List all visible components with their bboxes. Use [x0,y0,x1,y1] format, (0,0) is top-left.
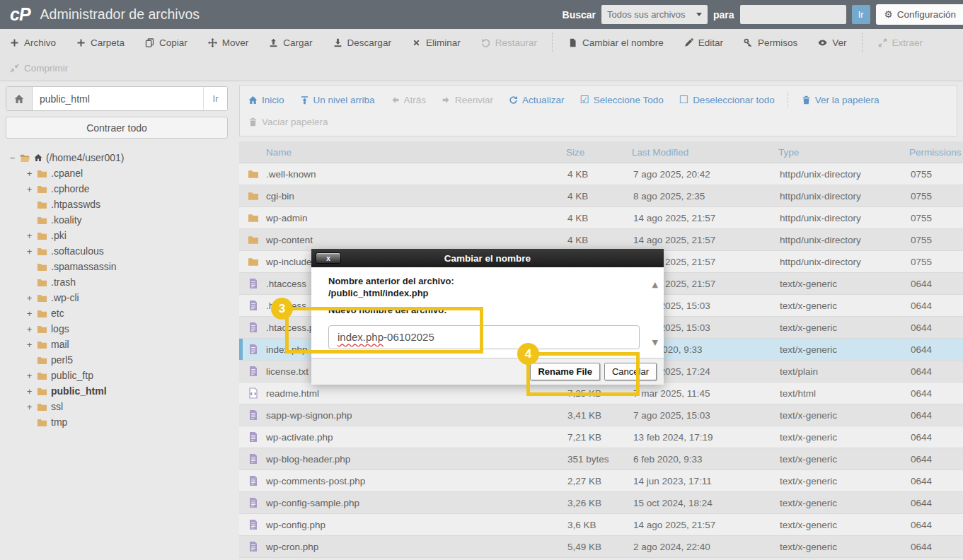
home-icon [14,94,24,104]
cpanel-logo[interactable]: cP [10,4,30,25]
table-row[interactable]: wp-comments-post.php2,27 KB14 jun 2023, … [239,470,963,492]
tree-item-home4-user001[interactable]: −(/home4/user001) [6,150,228,165]
path-input[interactable] [33,87,203,110]
table-row[interactable]: wp-activate.php7,21 KB13 feb 2024, 17:19… [239,426,963,448]
expand-toggle[interactable]: + [25,324,33,334]
tree-item-cphorde[interactable]: +.cphorde [23,181,228,197]
expand-toggle[interactable]: + [25,293,33,303]
table-row[interactable]: readme.html7,25 KB7 mar 2025, 11:45text/… [239,383,963,404]
collapse-toggle[interactable]: − [8,153,16,163]
table-row[interactable]: wp-cron.php5,49 KB2 ago 2024, 22:40text/… [239,536,963,558]
table-row[interactable]: wp-content4 KB14 ago 2025, 21:57httpd/un… [239,229,963,251]
toolbar-item-descargar[interactable]: Descargar [333,37,391,48]
rename-file-button[interactable]: Rename File [530,363,600,380]
tree-item-label: .spamassassin [51,261,117,272]
tree-item-htpasswds[interactable]: .htpasswds [23,197,228,212]
expand-toggle[interactable]: + [25,231,33,241]
file-modified: 7 ago 2025, 15:03 [632,410,778,421]
toolbar-item-copiar[interactable]: Copiar [145,37,188,48]
tree-item-mail[interactable]: +mail [23,337,228,352]
nav-item-un-nivel-arriba[interactable]: Un nivel arriba [300,95,375,105]
column-header-permissions[interactable]: Permissions [909,147,963,158]
file-type: text/x-generic [778,301,909,311]
table-row[interactable]: wp-blog-header.php351 bytes6 feb 2020, 9… [239,448,963,470]
tree-item-logs[interactable]: +logs [23,321,228,337]
toolbar-item-comprimir[interactable]: Comprimir [10,63,68,74]
search-scope-select[interactable]: Todos sus archivos [601,5,708,24]
search-go-button[interactable]: Ir [852,5,870,24]
column-header-size[interactable]: Size [566,147,632,158]
nav-item-reenviar[interactable]: Reenviar [442,95,493,105]
toolbar-item-cambiar-el-nombre[interactable]: Cambiar el nombre [568,37,664,48]
tree-item-etc[interactable]: +etc [23,305,228,321]
nav-item-deseleccionar-todo[interactable]: ☐Deseleccionar todo [679,95,775,105]
column-header-name[interactable]: Name [239,147,566,158]
table-row[interactable]: wp-admin4 KB14 ago 2025, 21:57httpd/unix… [239,207,963,229]
new-name-input[interactable]: index.php-06102025 [328,325,640,349]
tree-item-ssl[interactable]: +ssl [23,399,228,414]
tree-item-softaculous[interactable]: +.softaculous [23,243,228,259]
table-row[interactable]: .well-known4 KB7 ago 2025, 20:42httpd/un… [239,163,963,185]
file-size: 3,41 KB [566,410,632,421]
nav-item-vaciar-papelera[interactable]: Vaciar papelera [248,117,328,127]
cancel-button[interactable]: Cancelar [604,363,657,380]
nav-item-atras[interactable]: Atrás [391,95,427,105]
nav-item-seleccione-todo[interactable]: ☑Seleccione Todo [579,95,663,105]
scroll-down-icon[interactable]: ▼ [652,338,658,347]
settings-label: Configuración [897,9,956,20]
nav-item-actualizar[interactable]: Actualizar [509,95,564,105]
collapse-all-button[interactable]: Contraer todo [6,117,228,139]
table-row[interactable]: cgi-bin4 KB8 ago 2025, 2:35httpd/unix-di… [239,185,963,207]
home-button[interactable] [6,87,33,110]
expand-toggle[interactable]: + [25,371,33,381]
file-name: wp-comments-post.php [266,476,365,486]
expand-toggle[interactable]: + [25,184,33,194]
file-modified: 15 oct 2024, 18:24 [632,498,778,508]
toolbar-item-mover[interactable]: Mover [208,37,249,48]
path-go-button[interactable]: Ir [203,87,227,110]
file-name: .htaccess [266,301,306,311]
search-input[interactable] [740,5,846,24]
file-type: httpd/unix-directory [778,235,909,245]
tree-item-perl5[interactable]: perl5 [23,352,228,368]
toolbar-item-ver[interactable]: Ver [818,37,846,48]
file-modified: 6 feb 2020, 9:33 [632,454,778,465]
tree-item-public-ftp[interactable]: +public_ftp [23,368,228,383]
expand-toggle[interactable]: + [25,246,33,257]
file-modified: 7 ago 2025, 20:42 [632,169,778,180]
nav-item-ver-la-papelera[interactable]: Ver la papelera [802,95,880,105]
tree-item-public-html[interactable]: +public_html [23,383,228,399]
tree-item-pki[interactable]: +.pki [23,228,228,243]
tree-item-label: mail [51,339,69,350]
toolbar-item-extraer[interactable]: Extraer [878,37,923,48]
toolbar-item-editar[interactable]: Editar [684,37,723,48]
expand-toggle[interactable]: + [25,402,33,412]
tree-item-cpanel[interactable]: +.cpanel [23,165,228,181]
column-header-last-modified[interactable]: Last Modified [632,147,778,158]
table-row[interactable]: sapp-wp-signon.php3,41 KB7 ago 2025, 15:… [239,404,963,426]
settings-button[interactable]: ⚙ Configuración [876,4,963,25]
tree-item-trash[interactable]: .trash [23,274,228,290]
toolbar-item-permisos[interactable]: Permisos [744,37,797,48]
expand-toggle[interactable]: + [25,308,33,319]
toolbar-item-carpeta[interactable]: Carpeta [76,37,125,48]
table-row[interactable]: wp-config.php3,6 KB14 ago 2025, 21:57tex… [239,514,963,536]
tree-item-koality[interactable]: .koality [23,212,228,228]
toolbar-item-archivo[interactable]: Archivo [10,37,56,48]
nav-item-inicio[interactable]: Inicio [248,95,284,105]
column-header-type[interactable]: Type [778,147,909,158]
dialog-close-button[interactable]: x [316,252,341,264]
expand-toggle[interactable]: + [25,386,33,397]
tree-item-wp-cli[interactable]: +.wp-cli [23,290,228,305]
table-row[interactable]: wp-config-sample.php3,26 KB15 oct 2024, … [239,492,963,514]
expand-toggle[interactable]: + [25,168,33,179]
file-size: 4 KB [566,213,632,223]
tree-item-spamassassin[interactable]: .spamassassin [23,259,228,274]
scroll-up-icon[interactable]: ▲ [652,280,658,289]
tree-item-tmp[interactable]: tmp [23,414,228,430]
toolbar-item-restaurar[interactable]: Restaurar [481,37,537,48]
expand-toggle[interactable]: + [25,339,33,350]
toolbar-item-eliminar[interactable]: Eliminar [412,37,461,48]
plus-icon [76,38,86,47]
toolbar-item-cargar[interactable]: Cargar [269,37,312,48]
